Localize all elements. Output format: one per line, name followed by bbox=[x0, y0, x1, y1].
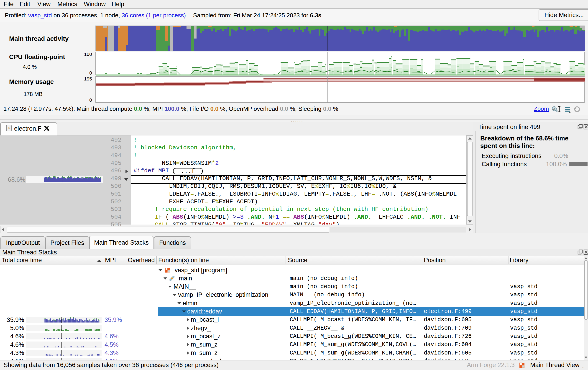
svg-text:A: A bbox=[553, 107, 556, 111]
